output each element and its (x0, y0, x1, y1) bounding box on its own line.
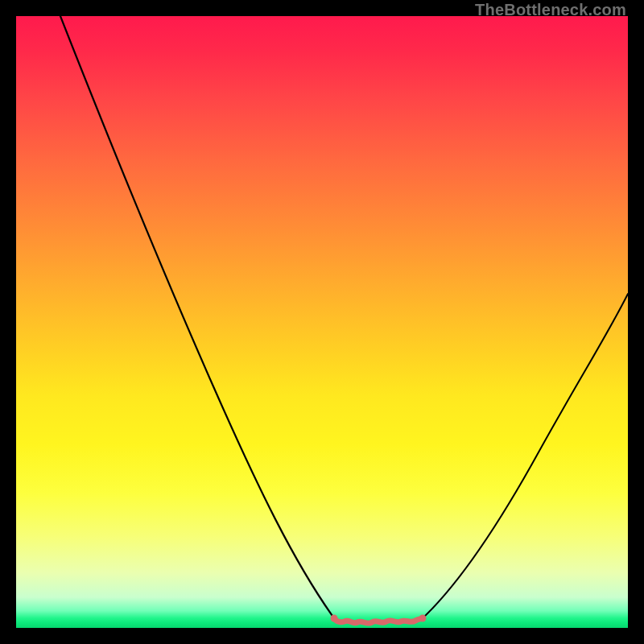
watermark-text: TheBottleneck.com (475, 1, 626, 19)
valley-endpoint-right-marker (419, 615, 427, 622)
chart-frame: TheBottleneck.com (0, 0, 644, 644)
curve-left-branch (60, 16, 334, 618)
curve-valley-floor (334, 618, 423, 623)
plot-area (16, 16, 628, 628)
valley-endpoint-left-marker (331, 615, 338, 622)
curve-right-branch (423, 294, 628, 618)
curve-svg (16, 16, 628, 628)
